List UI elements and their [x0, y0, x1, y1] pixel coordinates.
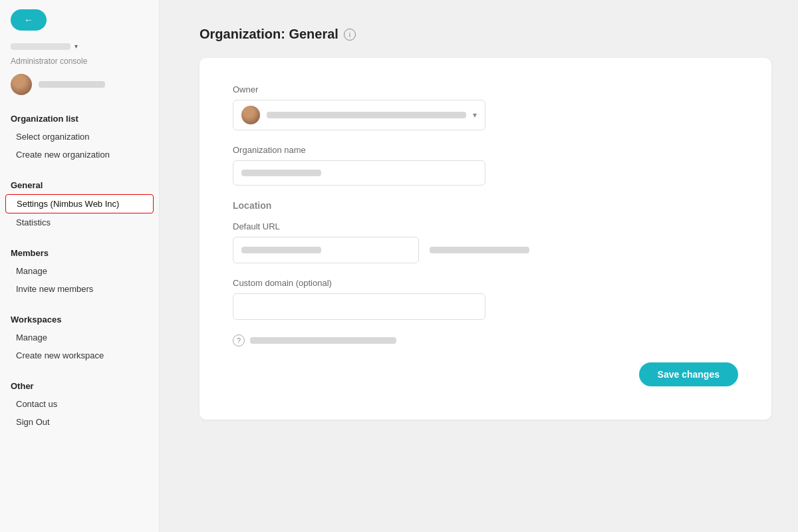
- org-selector-placeholder: [11, 43, 70, 50]
- admin-console-label: Administrator console: [11, 57, 148, 66]
- owner-field: Owner ▾: [233, 84, 738, 130]
- sidebar-section-header-members: Members: [11, 248, 148, 258]
- url-row: [233, 237, 738, 263]
- avatar-image: [11, 74, 32, 95]
- hint-text-placeholder: [250, 337, 396, 344]
- default-url-field: Default URL: [233, 221, 738, 263]
- owner-select[interactable]: ▾: [233, 100, 485, 130]
- owner-name-placeholder: [267, 112, 466, 118]
- owner-avatar: [241, 106, 260, 124]
- user-name-placeholder: [39, 81, 105, 88]
- custom-domain-field: Custom domain (optional): [233, 278, 738, 320]
- sidebar-item-select-organization[interactable]: Select organization: [5, 128, 154, 146]
- org-name-field: Organization name: [233, 145, 738, 186]
- sidebar-item-create-new-organization[interactable]: Create new organization: [5, 146, 154, 164]
- info-icon[interactable]: i: [344, 29, 356, 41]
- sidebar-section-header-other: Other: [11, 381, 148, 391]
- save-changes-button[interactable]: Save changes: [639, 362, 738, 386]
- sidebar-section-header-org-list: Organization list: [11, 114, 148, 124]
- question-icon[interactable]: ?: [233, 334, 245, 346]
- sidebar-item-statistics[interactable]: Statistics: [5, 213, 154, 231]
- owner-label: Owner: [233, 84, 738, 94]
- sidebar-item-settings-nimbus[interactable]: Settings (Nimbus Web Inc): [5, 194, 154, 213]
- sidebar: ← ▾ Administrator console Organization l…: [0, 0, 160, 532]
- default-url-label: Default URL: [233, 221, 738, 231]
- url-placeholder-bar: [241, 247, 321, 253]
- custom-domain-label: Custom domain (optional): [233, 278, 738, 288]
- settings-card: Owner ▾ Organization name Location Defau…: [200, 58, 771, 420]
- org-selector[interactable]: ▾: [11, 43, 148, 50]
- sidebar-section-header-general: General: [11, 180, 148, 190]
- chevron-down-icon: ▾: [74, 43, 78, 50]
- sidebar-item-workspaces-manage[interactable]: Manage: [5, 329, 154, 346]
- sidebar-item-members-manage[interactable]: Manage: [5, 262, 154, 280]
- custom-domain-input[interactable]: [233, 293, 485, 320]
- sidebar-section-header-workspaces: Workspaces: [11, 315, 148, 325]
- org-name-input-wrapper[interactable]: [233, 160, 485, 186]
- avatar: [11, 74, 32, 95]
- page-title: Organization: General: [200, 27, 338, 42]
- org-name-label: Organization name: [233, 145, 738, 155]
- main-content: Organization: General i Owner ▾ Organiza…: [160, 0, 798, 532]
- hint-row: ?: [233, 334, 738, 346]
- location-section-label: Location: [233, 200, 738, 211]
- sidebar-item-invite-new-members[interactable]: Invite new members: [5, 280, 154, 298]
- sidebar-item-contact-us[interactable]: Contact us: [5, 395, 154, 413]
- sidebar-item-sign-out[interactable]: Sign Out: [5, 413, 154, 431]
- sidebar-item-create-new-workspace[interactable]: Create new workspace: [5, 346, 154, 364]
- url-suffix-placeholder: [430, 247, 529, 253]
- chevron-down-icon: ▾: [473, 110, 477, 120]
- page-title-row: Organization: General i: [200, 27, 771, 42]
- back-button[interactable]: ←: [11, 9, 47, 31]
- user-row: [11, 74, 148, 95]
- org-name-placeholder-bar: [241, 170, 321, 176]
- default-url-input[interactable]: [233, 237, 419, 263]
- back-arrow-icon: ←: [24, 15, 33, 25]
